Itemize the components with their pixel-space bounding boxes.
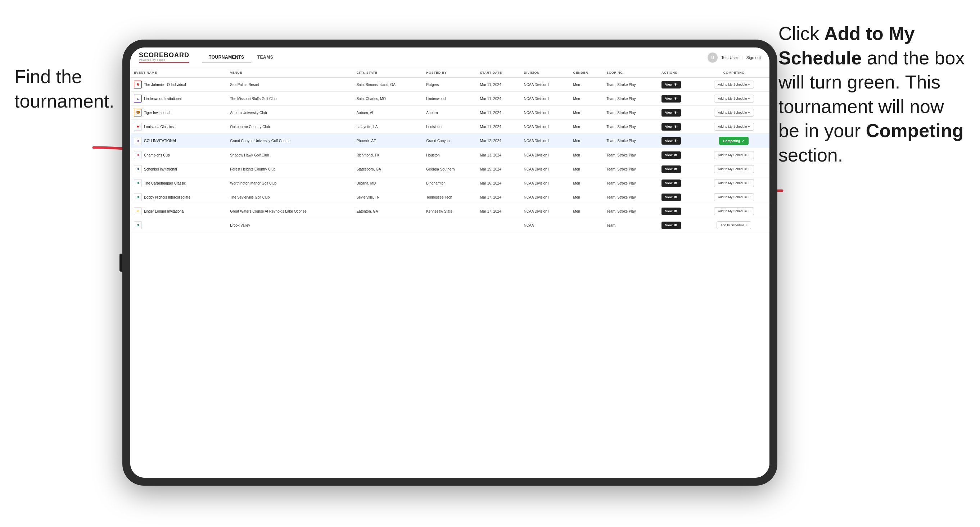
scoring-cell: Team, Stroke Play — [603, 148, 658, 162]
eye-icon: 👁 — [674, 83, 677, 87]
add-schedule-button[interactable]: Add to My Schedule + — [714, 207, 754, 215]
tab-tournaments[interactable]: TOURNAMENTS — [202, 52, 251, 63]
start-date-cell: Mar 13, 2024 — [477, 148, 520, 162]
add-schedule-button[interactable]: Add to My Schedule + — [714, 81, 754, 89]
hosted-by-cell: Louisiana — [423, 120, 476, 134]
actions-cell: View 👁 — [658, 148, 698, 162]
col-actions: ACTIONS — [658, 68, 698, 78]
gender-cell: Men — [570, 162, 603, 176]
event-name: Bobby Nichols Intercollegiate — [144, 195, 190, 199]
view-button[interactable]: View 👁 — [662, 208, 681, 215]
start-date-cell: Mar 17, 2024 — [477, 204, 520, 218]
view-button[interactable]: View 👁 — [662, 81, 681, 89]
gender-cell — [570, 218, 603, 232]
col-event-name: EVENT NAME — [130, 68, 226, 78]
venue-cell: Shadow Hawk Golf Club — [226, 148, 353, 162]
plus-icon: + — [748, 153, 750, 157]
division-cell: NCAA Division I — [520, 176, 570, 190]
view-button[interactable]: View 👁 — [662, 165, 681, 173]
hosted-by-cell: Kennesaw State — [423, 204, 476, 218]
gender-cell: Men — [570, 204, 603, 218]
view-button[interactable]: View 👁 — [662, 95, 681, 103]
event-name: Lindenwood Invitational — [144, 97, 182, 101]
actions-cell: View 👁 — [658, 162, 698, 176]
plus-icon: + — [748, 125, 750, 129]
eye-icon: 👁 — [674, 97, 677, 101]
logo-area: SCOREBOARD Powered by clippd — [139, 52, 189, 63]
event-name-cell: H Champions Cup — [130, 148, 226, 162]
scoring-cell: Team, Stroke Play — [603, 176, 658, 190]
division-cell: NCAA Division I — [520, 148, 570, 162]
add-schedule-button[interactable]: Add to My Schedule + — [714, 165, 754, 173]
user-text: Test User — [721, 56, 738, 60]
city-state-cell: Sevierville, TN — [353, 190, 423, 204]
venue-cell: Worthington Manor Golf Club — [226, 176, 353, 190]
competing-button[interactable]: Competing ✓ — [719, 137, 749, 145]
add-schedule-button[interactable]: Add to My Schedule + — [714, 179, 754, 187]
event-name: GCU INVITATIONAL — [144, 139, 177, 143]
table-row: B The Carpetbagger Classic Worthington M… — [130, 176, 770, 190]
view-button[interactable]: View 👁 — [662, 123, 681, 130]
actions-cell: View 👁 — [658, 218, 698, 232]
logo-sub: Powered by clippd — [139, 58, 189, 62]
add-schedule-button[interactable]: Add to My Schedule + — [714, 95, 754, 103]
competing-cell: Add to My Schedule + — [698, 148, 770, 162]
venue-cell: Brook Valley — [226, 218, 353, 232]
view-button[interactable]: View 👁 — [662, 137, 681, 144]
division-cell: NCAA Division I — [520, 190, 570, 204]
school-logo: 🐯 — [134, 109, 142, 117]
eye-icon: 👁 — [674, 224, 677, 227]
add-schedule-button[interactable]: Add to My Schedule + — [714, 193, 754, 201]
gender-cell: Men — [570, 176, 603, 190]
view-button[interactable]: View 👁 — [662, 179, 681, 187]
add-schedule-button[interactable]: Add to Schedule + — [717, 221, 751, 229]
view-button[interactable]: View 👁 — [662, 151, 681, 159]
eye-icon: 👁 — [674, 111, 677, 115]
view-button[interactable]: View 👁 — [662, 222, 681, 229]
plus-icon: + — [748, 167, 750, 171]
competing-cell: Add to Schedule + — [698, 218, 770, 232]
add-schedule-button[interactable]: Add to My Schedule + — [714, 123, 754, 130]
navbar: SCOREBOARD Powered by clippd TOURNAMENTS… — [130, 48, 770, 68]
col-start-date: START DATE — [477, 68, 520, 78]
school-logo: G — [134, 165, 142, 173]
col-scoring: SCORING — [603, 68, 658, 78]
plus-icon: + — [748, 195, 750, 199]
add-schedule-button[interactable]: Add to My Schedule + — [714, 151, 754, 159]
table-row: K Linger Longer Invitational Great Water… — [130, 204, 770, 218]
hosted-by-cell — [423, 218, 476, 232]
plus-icon: + — [748, 111, 750, 114]
add-schedule-button[interactable]: Add to My Schedule + — [714, 109, 754, 117]
city-state-cell: Eatonton, GA — [353, 204, 423, 218]
school-logo: K — [134, 207, 142, 215]
tablet-side-button — [119, 254, 123, 271]
view-button[interactable]: View 👁 — [662, 109, 681, 117]
logo-text: SCOREBOARD — [139, 52, 189, 58]
gender-cell: Men — [570, 106, 603, 120]
tab-teams[interactable]: TEAMS — [251, 52, 280, 63]
annotation-right-end: section. — [778, 144, 843, 165]
table-row: G Schenkel Invitational Forest Heights C… — [130, 162, 770, 176]
school-logo: R — [134, 81, 142, 89]
scoring-cell: Team, Stroke Play — [603, 120, 658, 134]
view-button[interactable]: View 👁 — [662, 194, 681, 201]
plus-icon: + — [748, 181, 750, 185]
event-name: Linger Longer Invitational — [144, 210, 184, 213]
table-row: L Lindenwood Invitational The Missouri B… — [130, 92, 770, 106]
gender-cell: Men — [570, 120, 603, 134]
division-cell: NCAA Division I — [520, 162, 570, 176]
event-name-cell: L Lindenwood Invitational — [130, 92, 226, 106]
scoring-cell: Team, Stroke Play — [603, 106, 658, 120]
signout-link[interactable]: Sign out — [746, 56, 761, 60]
event-name-cell: G Schenkel Invitational — [130, 162, 226, 176]
eye-icon: 👁 — [674, 195, 677, 199]
actions-cell: View 👁 — [658, 106, 698, 120]
event-name-cell: ⚜ Louisiana Classics — [130, 120, 226, 134]
table-row: R The Johnnie - O Individual Sea Palms R… — [130, 78, 770, 92]
actions-cell: View 👁 — [658, 204, 698, 218]
start-date-cell: Mar 15, 2024 — [477, 162, 520, 176]
hosted-by-cell: Rutgers — [423, 78, 476, 92]
event-name: The Carpetbagger Classic — [144, 181, 186, 185]
competing-cell: Add to My Schedule + — [698, 92, 770, 106]
table-row: B Bobby Nichols Intercollegiate The Sevi… — [130, 190, 770, 204]
